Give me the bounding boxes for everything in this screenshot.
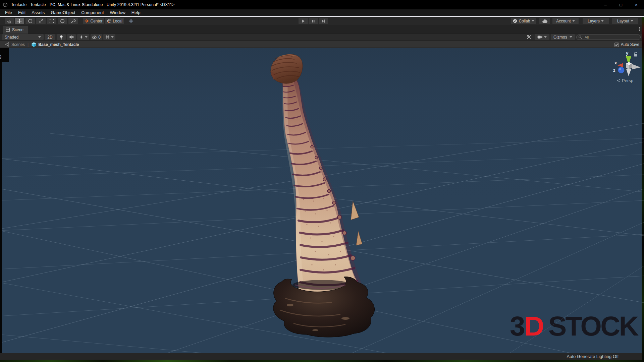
main-toolbar: Center Local: [0, 17, 644, 25]
chevron-down-icon: [85, 36, 88, 38]
auto-save-control[interactable]: Auto Save: [614, 42, 639, 47]
scene-grid-dropdown[interactable]: [103, 34, 115, 40]
menu-help[interactable]: Help: [128, 9, 144, 16]
scale-icon: [38, 18, 44, 24]
scene-effects-dropdown[interactable]: [77, 34, 89, 40]
menu-gameobject[interactable]: GameObject: [48, 9, 78, 16]
orientation-mode-button[interactable]: Local: [105, 18, 124, 24]
hidden-objects-toggle[interactable]: 0: [91, 34, 102, 40]
menu-assets[interactable]: Assets: [29, 9, 48, 16]
scene-view-toolbar: Shaded 2D: [0, 34, 644, 41]
scenes-icon: [5, 42, 10, 47]
tentacle-model[interactable]: [262, 50, 379, 342]
axis-z-cone[interactable]: [618, 67, 625, 73]
scene-wrench-icon: [527, 35, 532, 40]
rect-tool-button[interactable]: [47, 18, 56, 24]
tab-scene[interactable]: Scene: [3, 26, 28, 34]
gizmos-label: Gizmos: [553, 35, 567, 40]
title-bar: Tentacle - Tentacle - PC, Mac & Linux St…: [0, 0, 644, 9]
window-title: Tentacle - Tentacle - PC, Mac & Linux St…: [11, 2, 175, 7]
chevron-down-icon: [38, 36, 41, 38]
axis-neg-x-cone[interactable]: [632, 64, 641, 69]
rect-tool-icon: [49, 18, 54, 24]
axis-x-label[interactable]: x: [614, 60, 617, 65]
layers-dropdown[interactable]: Layers: [583, 18, 609, 24]
menu-component[interactable]: Component: [78, 9, 107, 16]
scene-audio-toggle[interactable]: [67, 34, 76, 40]
collab-check-icon: [513, 19, 517, 23]
breadcrumb-separator: |: [28, 42, 29, 47]
menu-edit[interactable]: Edit: [15, 9, 29, 16]
play-button[interactable]: [299, 18, 308, 24]
maximize-button[interactable]: □: [613, 0, 629, 9]
collab-button[interactable]: Collab: [511, 18, 536, 24]
cloud-icon: [542, 19, 547, 23]
projection-toggle[interactable]: Persp: [617, 78, 633, 83]
hand-tool-button[interactable]: [5, 18, 14, 24]
menu-bar: File Edit Assets GameObject Component Wi…: [0, 9, 644, 16]
scene-viewport[interactable]: 3DSTOCK: [0, 48, 644, 353]
checkmark-icon: [615, 43, 618, 46]
layout-dropdown[interactable]: Layout: [612, 18, 638, 24]
scene-lighting-toggle[interactable]: [57, 34, 66, 40]
breadcrumb-current[interactable]: Base_mesh_Tentacle: [38, 42, 79, 47]
cloud-button[interactable]: [539, 18, 550, 24]
local-cube-icon: [107, 19, 111, 23]
account-dropdown[interactable]: Account: [552, 18, 579, 24]
lightbulb-icon: [59, 35, 63, 40]
auto-save-checkbox[interactable]: [614, 43, 619, 47]
scene-tools-button[interactable]: [525, 34, 533, 40]
gizmos-dropdown[interactable]: Gizmos: [551, 34, 575, 40]
axis-neg-y-cone[interactable]: [626, 69, 631, 76]
grid-snap-button[interactable]: [126, 18, 136, 24]
breadcrumb-root[interactable]: Scenes: [11, 42, 25, 47]
pivot-mode-label: Center: [90, 19, 102, 23]
tab-options-kebab-icon[interactable]: [639, 27, 640, 31]
gizmo-center-cube[interactable]: [626, 62, 632, 69]
orientation-gizmo[interactable]: y x z: [611, 50, 643, 77]
custom-tools-button[interactable]: [68, 18, 78, 24]
axis-y-label[interactable]: y: [626, 51, 629, 56]
search-icon: [578, 35, 583, 39]
layout-label: Layout: [617, 19, 629, 23]
chevron-down-icon: [544, 36, 547, 38]
grid-visibility-icon: [105, 35, 110, 39]
lock-icon[interactable]: [633, 52, 638, 57]
projection-label: Persp: [622, 78, 633, 83]
step-button[interactable]: [319, 18, 328, 24]
camera-icon: [537, 35, 543, 39]
menu-file[interactable]: File: [2, 9, 15, 16]
chevron-down-icon: [532, 20, 534, 22]
layers-label: Layers: [588, 19, 600, 23]
pause-button[interactable]: [309, 18, 318, 24]
move-tool-button[interactable]: [15, 18, 24, 24]
axis-x-cone[interactable]: [618, 63, 623, 67]
unity-logo-icon: [3, 2, 8, 7]
close-button[interactable]: ×: [629, 0, 644, 9]
tentacle-tip: [270, 54, 303, 84]
menu-window[interactable]: Window: [107, 9, 128, 16]
scene-tab-label: Scene: [12, 27, 23, 32]
toggle-2d-button[interactable]: 2D: [45, 34, 55, 40]
chevron-down-icon: [570, 36, 572, 38]
rotate-tool-button[interactable]: [25, 18, 35, 24]
minimize-button[interactable]: –: [598, 0, 613, 9]
draw-mode-dropdown[interactable]: Shaded: [2, 34, 44, 40]
auto-save-label: Auto Save: [621, 42, 639, 47]
scale-tool-button[interactable]: [36, 18, 46, 24]
hand-icon: [7, 18, 12, 24]
bottom-edge-strip: [0, 360, 644, 362]
left-edge-strip: [0, 48, 2, 353]
hidden-objects-count: 0: [98, 35, 101, 40]
axis-z-label[interactable]: z: [613, 68, 615, 73]
lighting-status-text: Auto Generate Lighting Off: [567, 354, 619, 359]
pivot-mode-button[interactable]: Center: [83, 18, 104, 24]
scene-camera-dropdown[interactable]: [535, 34, 549, 40]
pause-icon: [311, 19, 315, 23]
orientation-mode-label: Local: [113, 19, 122, 23]
tentacle-base: [273, 277, 375, 337]
grid-snap-icon: [128, 18, 133, 23]
transform-tool-button[interactable]: [58, 18, 67, 24]
scene-search-input[interactable]: [576, 35, 641, 40]
scene-tab-grid-icon: [6, 27, 10, 32]
